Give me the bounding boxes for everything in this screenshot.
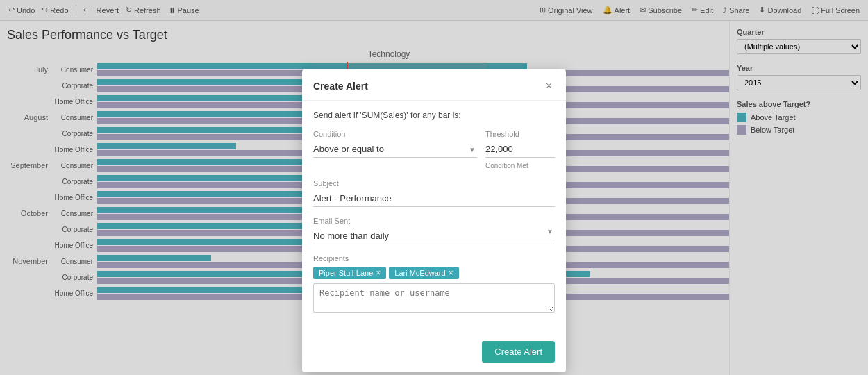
recipient-tag-1-remove[interactable]: × <box>376 269 381 277</box>
recipient-input[interactable] <box>313 283 555 312</box>
email-sent-select[interactable]: No more than daily <box>313 228 555 244</box>
modal-subtitle: Send alert if 'SUM(Sales)' for any bar i… <box>313 110 555 120</box>
email-sent-label: Email Sent <box>313 217 555 225</box>
threshold-label: Threshold <box>485 130 555 138</box>
recipient-name-2: Lari McEdward <box>394 269 445 277</box>
recipients-section: Recipients Piper Stull-Lane × Lari McEdw… <box>313 254 555 315</box>
subject-field: Subject <box>313 179 555 207</box>
modal-header: Create Alert × <box>302 69 566 101</box>
modal-overlay: Create Alert × Send alert if 'SUM(Sales)… <box>0 0 868 375</box>
condition-threshold-row: Condition Above or equal to ▼ Threshold … <box>313 130 555 169</box>
create-alert-button[interactable]: Create Alert <box>482 341 555 362</box>
recipient-tag-1: Piper Stull-Lane × <box>313 267 386 279</box>
email-sent-select-wrapper: No more than daily ▼ <box>313 228 555 244</box>
modal-title: Create Alert <box>313 81 368 92</box>
condition-select-wrapper: Above or equal to ▼ <box>313 141 477 158</box>
recipient-tag-2: Lari McEdward × <box>389 267 458 279</box>
email-sent-field: Email Sent No more than daily ▼ <box>313 217 555 244</box>
modal-body: Send alert if 'SUM(Sales)' for any bar i… <box>302 101 566 334</box>
recipients-tags: Piper Stull-Lane × Lari McEdward × <box>313 267 555 279</box>
modal-footer: Create Alert <box>302 334 566 372</box>
modal-close-button[interactable]: × <box>543 79 555 93</box>
recipients-label: Recipients <box>313 254 555 262</box>
recipient-tag-2-remove[interactable]: × <box>449 269 453 277</box>
subject-input[interactable] <box>313 190 555 207</box>
create-alert-modal: Create Alert × Send alert if 'SUM(Sales)… <box>302 69 566 372</box>
condition-select[interactable]: Above or equal to <box>313 141 477 158</box>
subject-label: Subject <box>313 179 555 188</box>
threshold-input[interactable] <box>485 141 555 158</box>
threshold-field: Threshold Condition Met <box>485 130 555 169</box>
condition-field: Condition Above or equal to ▼ <box>313 130 477 169</box>
condition-met-label: Condition Met <box>485 162 555 169</box>
condition-label: Condition <box>313 130 477 138</box>
recipient-name-1: Piper Stull-Lane <box>319 269 373 277</box>
